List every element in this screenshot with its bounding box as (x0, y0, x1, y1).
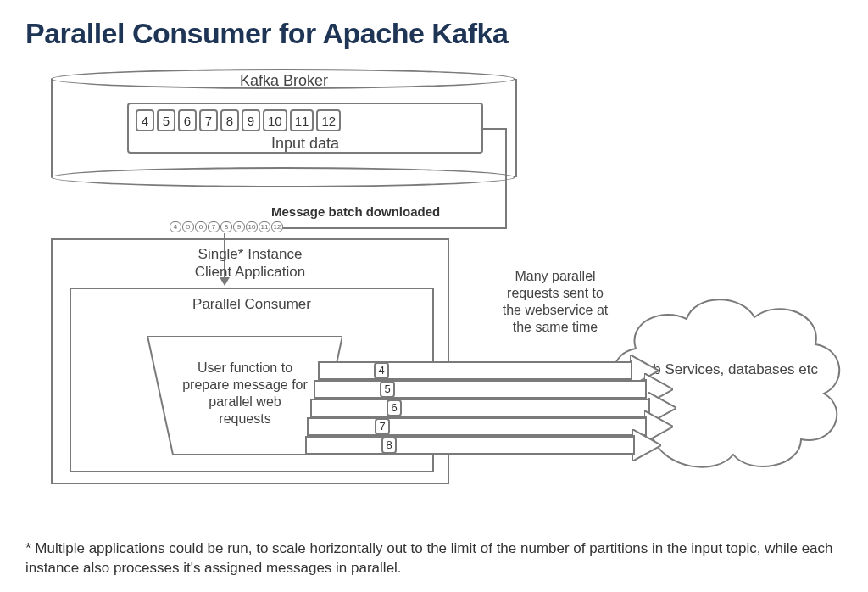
mini-msg: 9 (233, 221, 245, 232)
client-app-label-line: Single* Instance (198, 246, 303, 262)
user-fn-line: prepare message for (182, 377, 308, 392)
input-queue: 4 5 6 7 8 9 10 11 12 Input data (127, 103, 483, 154)
arrow-number: 5 (380, 381, 395, 398)
message-cell: 6 (178, 109, 197, 131)
parallel-arrow (305, 436, 385, 455)
parallel-arrow (314, 380, 383, 399)
mini-msg: 12 (271, 221, 283, 232)
message-cell: 4 (136, 109, 154, 131)
message-cell: 9 (242, 109, 260, 131)
mini-msg: 6 (195, 221, 207, 232)
message-cell: 5 (157, 109, 175, 131)
page-title: Parallel Consumer for Apache Kafka (25, 17, 843, 50)
connector-line (505, 128, 507, 227)
parallel-arrow: 7 (378, 417, 646, 436)
parallel-note-line: the same time (513, 320, 598, 334)
user-fn-line: User function to (198, 360, 292, 375)
parallel-arrow (318, 361, 377, 380)
mini-msg: 4 (170, 221, 181, 232)
kafka-broker-cylinder: Kafka Broker 4 5 6 7 8 9 10 11 12 Input … (51, 69, 517, 187)
mini-msg: 5 (182, 221, 194, 232)
parallel-arrow: 5 (383, 380, 646, 399)
client-app-label-line: Client Application (195, 264, 305, 280)
parallel-note-line: the webservice at (503, 303, 609, 317)
user-fn-line: parallel web (209, 394, 281, 409)
input-data-label: Input data (136, 135, 475, 153)
connector-line (280, 227, 507, 229)
download-label: Message batch downloaded (271, 204, 440, 219)
message-row: 4 5 6 7 8 9 10 11 12 (136, 109, 475, 131)
message-cell: 10 (263, 109, 287, 131)
footnote-text: * Multiple applications could be run, to… (25, 539, 843, 578)
message-cell: 11 (290, 109, 314, 131)
parallel-arrow (310, 399, 390, 417)
svg-marker-5 (632, 429, 661, 461)
mini-msg: 8 (220, 221, 232, 232)
broker-label: Kafka Broker (51, 72, 517, 90)
parallel-arrow (307, 417, 378, 436)
mini-msg: 11 (259, 221, 270, 232)
message-cell: 8 (220, 109, 239, 131)
architecture-diagram: Kafka Broker 4 5 6 7 8 9 10 11 12 Input … (25, 60, 848, 527)
parallel-note-line: Many parallel (515, 269, 595, 283)
message-cell: 12 (316, 109, 341, 131)
connector-line (483, 128, 507, 130)
client-app-label: Single* Instance Client Application (53, 245, 448, 282)
user-fn-line: requests (219, 411, 270, 426)
parallel-arrow: 8 (385, 436, 634, 455)
parallel-arrow: 6 (390, 399, 649, 417)
arrow-number: 6 (387, 399, 402, 416)
mini-msg: 7 (208, 221, 220, 232)
arrow-number: 8 (381, 437, 397, 454)
message-cell: 7 (199, 109, 218, 131)
arrow-number: 4 (374, 362, 389, 379)
parallel-arrow: 4 (377, 361, 632, 380)
user-function-text: User function to prepare message for par… (169, 360, 321, 427)
arrow-right-icon (632, 429, 661, 461)
parallel-consumer-label: Parallel Consumer (71, 296, 432, 313)
mini-msg: 10 (246, 221, 258, 232)
parallel-note-line: requests sent to (507, 286, 604, 300)
mini-batch-row: 4 5 6 7 8 9 10 11 12 (170, 221, 283, 232)
arrow-number: 7 (375, 418, 390, 435)
